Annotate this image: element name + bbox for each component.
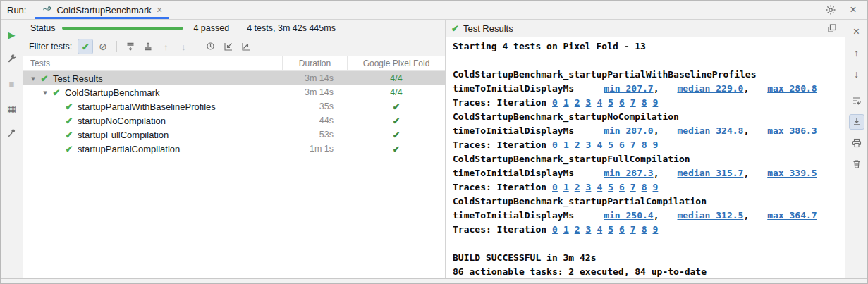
iteration-link[interactable]: 7 xyxy=(630,182,636,192)
iteration-link[interactable]: 6 xyxy=(619,182,625,192)
show-passed-button[interactable]: ✔ xyxy=(78,39,93,54)
iteration-link[interactable]: 8 xyxy=(642,182,647,192)
iteration-link[interactable]: 4 xyxy=(597,182,602,192)
hide-panel-close-icon[interactable]: × xyxy=(846,3,860,17)
median-link[interactable]: median 324.8 xyxy=(677,125,743,136)
iteration-link[interactable]: 8 xyxy=(642,97,647,108)
next-failed-test-button[interactable]: ↓ xyxy=(176,39,191,54)
restore-layout-icon[interactable]: ▦ xyxy=(4,101,20,116)
iteration-link[interactable]: 0 xyxy=(552,140,558,150)
iteration-link[interactable]: 4 xyxy=(597,140,602,150)
collapse-all-button[interactable] xyxy=(140,39,156,54)
median-link[interactable]: median 229.0 xyxy=(677,83,743,94)
tree-row-test-results[interactable]: ▾ ✔ Test Results 3m 14s 4/4 xyxy=(23,71,445,85)
metric-label: timeToInitialDisplayMs xyxy=(453,125,574,136)
iteration-link[interactable]: 8 xyxy=(642,224,647,235)
iteration-link[interactable]: 9 xyxy=(653,140,659,150)
tree-row-startupPartialCompilation[interactable]: ✔ startupPartialCompilation 1m 1s ✔ xyxy=(23,142,445,156)
iteration-link[interactable]: 1 xyxy=(563,182,569,192)
iteration-link[interactable]: 4 xyxy=(597,97,602,108)
iteration-link[interactable]: 1 xyxy=(563,97,569,108)
iteration-link[interactable]: 7 xyxy=(630,97,636,108)
iteration-link[interactable]: 0 xyxy=(552,224,558,235)
test-history-button[interactable] xyxy=(203,39,219,54)
min-link[interactable]: min 207.7 xyxy=(604,83,653,94)
stop-icon: ■ xyxy=(9,79,15,89)
pin-tab-icon[interactable] xyxy=(4,125,20,141)
previous-occurrence-icon[interactable]: ↑ xyxy=(849,45,864,61)
median-link[interactable]: median 315.7 xyxy=(677,168,743,178)
close-console-icon[interactable]: × xyxy=(849,24,864,39)
export-test-results-button[interactable] xyxy=(238,39,254,54)
play-icon: ▶ xyxy=(8,30,16,40)
median-link[interactable]: median 312.5 xyxy=(677,210,743,221)
chevron-down-icon[interactable]: ▾ xyxy=(39,88,51,97)
max-link[interactable]: max 339.5 xyxy=(767,168,817,178)
iteration-link[interactable]: 2 xyxy=(575,97,580,108)
tree-row-startupNoCompilation[interactable]: ✔ startupNoCompilation 44s ✔ xyxy=(23,113,445,128)
iteration-link[interactable]: 3 xyxy=(586,97,592,108)
iteration-link[interactable]: 3 xyxy=(586,224,592,235)
iteration-link[interactable]: 2 xyxy=(575,224,580,235)
iteration-link[interactable]: 5 xyxy=(608,97,613,108)
iteration-link[interactable]: 2 xyxy=(575,182,580,192)
show-ignored-button[interactable]: ⊘ xyxy=(95,39,111,54)
console-line: Starting 4 tests on Pixel Fold - 13 xyxy=(453,39,845,54)
stop-button[interactable]: ■ xyxy=(4,76,20,92)
iteration-link[interactable]: 6 xyxy=(619,97,625,108)
tree-row-startupFullCompilation[interactable]: ✔ startupFullCompilation 53s ✔ xyxy=(23,128,445,142)
test-tree: ▾ ✔ Test Results 3m 14s 4/4 ▾ ✔ ColdStar… xyxy=(23,71,445,278)
soft-wrap-icon[interactable] xyxy=(849,93,864,109)
build-settings-wrench-icon[interactable] xyxy=(4,51,20,67)
clear-all-trash-icon[interactable] xyxy=(849,156,864,172)
settings-gear-icon[interactable] xyxy=(824,3,838,17)
iteration-link[interactable]: 0 xyxy=(552,182,558,192)
max-link[interactable]: max 386.3 xyxy=(767,125,817,136)
iteration-link[interactable]: 0 xyxy=(552,97,558,108)
print-icon[interactable] xyxy=(849,135,864,151)
iteration-link[interactable]: 9 xyxy=(653,182,659,192)
iteration-link[interactable]: 8 xyxy=(642,140,647,150)
traces-label: Traces: Iteration xyxy=(453,140,546,150)
iteration-link[interactable]: 3 xyxy=(586,140,592,150)
iteration-link[interactable]: 5 xyxy=(608,182,613,192)
iteration-link[interactable]: 6 xyxy=(619,140,625,150)
tree-row-coldstartupbenchmark[interactable]: ▾ ✔ ColdStartupBenchmark 3m 14s 4/4 xyxy=(23,85,445,99)
iteration-link[interactable]: 9 xyxy=(653,224,659,235)
scroll-to-end-icon[interactable] xyxy=(849,114,864,130)
row-device-check-icon: ✔ xyxy=(348,101,445,112)
passed-check-icon: ✔ xyxy=(63,144,75,154)
passed-check-icon: ✔ xyxy=(63,116,75,126)
row-label: startupPartialCompilation xyxy=(78,144,180,154)
benchmark-name: ColdStartupBenchmark_startupFullCompilat… xyxy=(453,152,845,166)
max-link[interactable]: max 364.7 xyxy=(767,210,817,221)
expand-all-button[interactable] xyxy=(123,39,138,54)
iteration-link[interactable]: 3 xyxy=(586,182,592,192)
tree-row-startupPartialWithBaselineProfiles[interactable]: ✔ startupPartialWithBaselineProfiles 35s… xyxy=(23,99,445,113)
iteration-link[interactable]: 6 xyxy=(619,224,625,235)
max-link[interactable]: max 280.8 xyxy=(767,83,817,94)
iteration-link[interactable]: 7 xyxy=(630,140,636,150)
iteration-link[interactable]: 5 xyxy=(608,224,613,235)
status-label: Status xyxy=(30,23,55,33)
iteration-link[interactable]: 9 xyxy=(653,97,659,108)
iteration-link[interactable]: 1 xyxy=(563,140,569,150)
tab-close-icon[interactable]: × xyxy=(156,5,163,15)
console-title: Test Results xyxy=(463,23,513,34)
iteration-link[interactable]: 2 xyxy=(575,140,580,150)
rerun-button[interactable]: ▶ xyxy=(4,27,20,42)
iteration-link[interactable]: 7 xyxy=(630,224,636,235)
chevron-down-icon[interactable]: ▾ xyxy=(27,74,39,83)
iteration-link[interactable]: 4 xyxy=(597,224,602,235)
import-test-results-button[interactable] xyxy=(221,39,236,54)
previous-failed-test-button[interactable]: ↑ xyxy=(158,39,173,54)
tab-coldstartupbenchmark[interactable]: ColdStartupBenchmark × xyxy=(35,1,169,19)
min-link[interactable]: min 250.4 xyxy=(604,210,653,221)
next-occurrence-icon[interactable]: ↓ xyxy=(849,66,864,82)
iteration-link[interactable]: 5 xyxy=(608,140,613,150)
min-link[interactable]: min 287.0 xyxy=(604,125,653,136)
row-label: Test Results xyxy=(53,73,103,84)
open-in-new-window-icon[interactable] xyxy=(825,21,839,35)
iteration-link[interactable]: 1 xyxy=(563,224,569,235)
min-link[interactable]: min 287.3 xyxy=(604,168,653,178)
